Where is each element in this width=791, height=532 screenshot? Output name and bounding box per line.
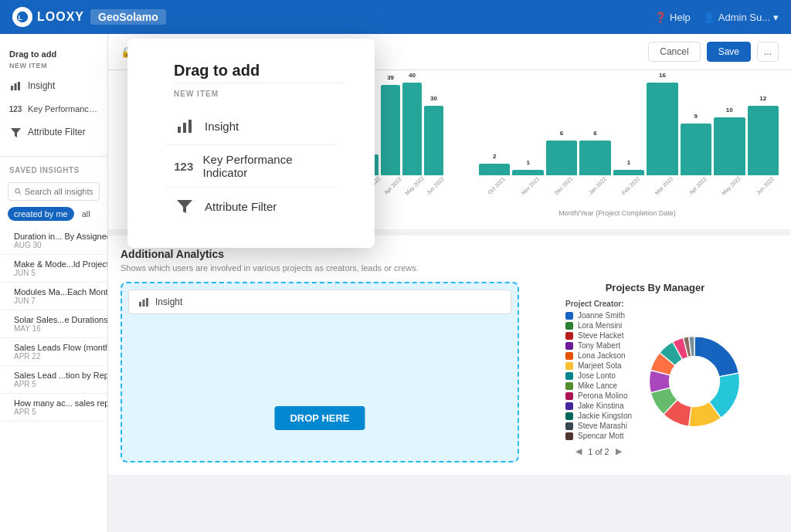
legend-item: Joanne Smith [565, 311, 632, 320]
search-box[interactable] [8, 182, 100, 201]
drag-popup: Drag to add NEW ITEM Insight 123 Key Per… [127, 39, 375, 248]
drop-zone[interactable]: Insight DROP HERE [121, 282, 519, 463]
svg-line-7 [19, 192, 21, 194]
svg-rect-33 [183, 123, 186, 133]
legend-item: Steve Hacket [565, 331, 632, 340]
legend-name: Spencar Mott [578, 432, 623, 440]
right-chart-wrapper: 2 Oct 2021 1 Nov 2021 6 Dec 2021 6 Jan 2… [456, 83, 779, 217]
saved-insights-title: SAVED INSIGHTS [0, 163, 107, 179]
nav-right: ❓ Help 👤 Admin Su... ▾ [654, 12, 779, 23]
legend-name: Joanne Smith [578, 311, 625, 320]
donut-segment [694, 336, 738, 376]
sidebar-item-insight[interactable]: Insight [0, 74, 107, 97]
drop-here-label: DROP HERE [274, 406, 365, 430]
donut-chart [644, 331, 745, 432]
top-nav: L LOOXY GeoSolamo ❓ Help 👤 Admin Su... ▾ [0, 0, 791, 34]
saved-item[interactable]: Modules Ma...Each Month JUN 7 [0, 283, 107, 310]
help-label: Help [670, 12, 691, 23]
legend-list: Joanne Smith Lora Mensini Steve Hacket T… [565, 311, 632, 440]
projects-by-manager: Projects By Manager Project Creator: Joa… [531, 282, 779, 463]
legend-name: Steve Marashi [578, 422, 627, 430]
help-button[interactable]: ❓ Help [654, 12, 691, 23]
svg-marker-5 [11, 128, 21, 137]
bar[interactable]: 6 Jan 2022 [579, 141, 610, 175]
bar[interactable]: 12 Jun 2022 [748, 106, 779, 175]
svg-rect-31 [146, 298, 148, 307]
bar[interactable]: 1 Nov 2021 [512, 170, 543, 176]
legend-item: Jose Lonto [565, 371, 632, 380]
legend-dot [565, 392, 573, 400]
svg-text:L: L [19, 14, 23, 22]
legend-name: Marjeet Sota [578, 361, 622, 370]
pagination: ◀ 1 of 2 ▶ [565, 440, 632, 463]
popup-item-insight[interactable]: Insight [166, 107, 336, 145]
kpi-icon: 123 [9, 103, 22, 115]
tab-created-by-me[interactable]: created by me [8, 207, 74, 221]
saved-item[interactable]: Sales Leads Flow (monthly) APR 22 [0, 338, 107, 366]
bar[interactable]: 10 May 2022 [714, 117, 745, 175]
insight-tabs: created by me all [8, 207, 100, 221]
legend-item: Marjeet Sota [565, 361, 632, 370]
additional-section: Additional Analytics Shows which users a… [108, 229, 791, 475]
bar[interactable]: 6 Dec 2021 [546, 141, 577, 175]
right-chart-x-label: Month/Year (Project Completion Date) [456, 209, 779, 217]
app-logo[interactable]: L LOOXY [12, 7, 84, 27]
filter-icon [9, 126, 22, 138]
admin-label: Admin Su... [718, 12, 770, 23]
legend-item: Lora Mensini [565, 321, 632, 330]
sidebar-item-kpi[interactable]: 123 Key Performance Indicator [0, 97, 107, 120]
sidebar: Drag to add NEW ITEM Insight 123 Key Per… [0, 34, 108, 532]
sidebar-item-filter[interactable]: Attribute Filter [0, 120, 107, 144]
bar[interactable]: 39 Apr 2022 [381, 85, 400, 175]
cancel-button[interactable]: Cancel [648, 42, 700, 62]
bar[interactable]: 1 Feb 2022 [613, 170, 644, 176]
logo-icon: L [12, 7, 32, 27]
saved-items-list: Duration in... By Assignee AUG 30 Make &… [0, 227, 107, 422]
bar[interactable]: 40 May 2022 [402, 83, 422, 175]
drag-section: Drag to add NEW ITEM Insight 123 Key Per… [0, 43, 107, 150]
saved-item[interactable]: Sales Lead ...tion by Rep APR 5 [0, 366, 107, 394]
legend-name: Steve Hacket [578, 331, 623, 340]
saved-item[interactable]: How many ac... sales rep? APR 5 [0, 394, 107, 422]
popup-item-filter[interactable]: Attribute Filter [166, 188, 336, 225]
saved-item[interactable]: Make & Mode...ld Projects JUN 5 [0, 255, 107, 283]
legend-dot [565, 312, 573, 320]
prev-arrow[interactable]: ◀ [575, 446, 582, 456]
bar[interactable]: 9 Apr 2022 [681, 124, 711, 176]
saved-item[interactable]: Solar Sales...e Durations MAY 16 [0, 310, 107, 338]
bar[interactable]: 30 Jun 2022 [424, 106, 443, 175]
next-arrow[interactable]: ▶ [616, 446, 622, 456]
legend-dot [565, 422, 573, 430]
save-button[interactable]: Save [707, 42, 751, 62]
svg-rect-4 [18, 82, 20, 90]
saved-item[interactable]: Duration in... By Assignee AUG 30 [0, 227, 107, 255]
popup-kpi-icon: 123 [174, 155, 194, 177]
popup-subtitle: NEW ITEM [174, 83, 344, 98]
popup-insight-label: Insight [205, 120, 239, 133]
svg-rect-2 [11, 86, 13, 90]
legend-item: Jake Kinstina [565, 402, 632, 410]
donut-area: Project Creator: Joanne Smith Lora Mensi… [565, 300, 745, 463]
popup-filter-label: Attribute Filter [205, 200, 277, 213]
sidebar-divider [0, 156, 107, 157]
search-input[interactable] [25, 187, 93, 196]
main-layout: Drag to add NEW ITEM Insight 123 Key Per… [0, 34, 791, 532]
bar-chart-icon [9, 80, 22, 92]
more-button[interactable]: ... [757, 42, 779, 62]
legend-dot [565, 432, 573, 440]
legend-name: Jake Kinstina [578, 402, 623, 410]
kpi-label: Key Performance Indicator [28, 104, 98, 114]
legend-dot [565, 322, 573, 330]
bar[interactable]: 2 Oct 2021 [479, 164, 510, 175]
insight-icon [138, 296, 149, 307]
legend-item: Mike Lance [565, 381, 632, 390]
popup-kpi-label: Key Performance Indicator [203, 153, 328, 179]
admin-button[interactable]: 👤 Admin Su... ▾ [703, 12, 779, 23]
right-chart-title: Projects By Manager [606, 282, 705, 293]
popup-item-kpi[interactable]: 123 Key Performance Indicator [166, 145, 336, 188]
tab-all[interactable]: all [76, 207, 97, 221]
legend-item: Jackie Kingston [565, 412, 632, 420]
app-name[interactable]: GeoSolamo [90, 9, 166, 25]
bar[interactable]: 16 Mar 2022 [647, 83, 677, 175]
legend-name: Lora Mensini [578, 321, 622, 330]
